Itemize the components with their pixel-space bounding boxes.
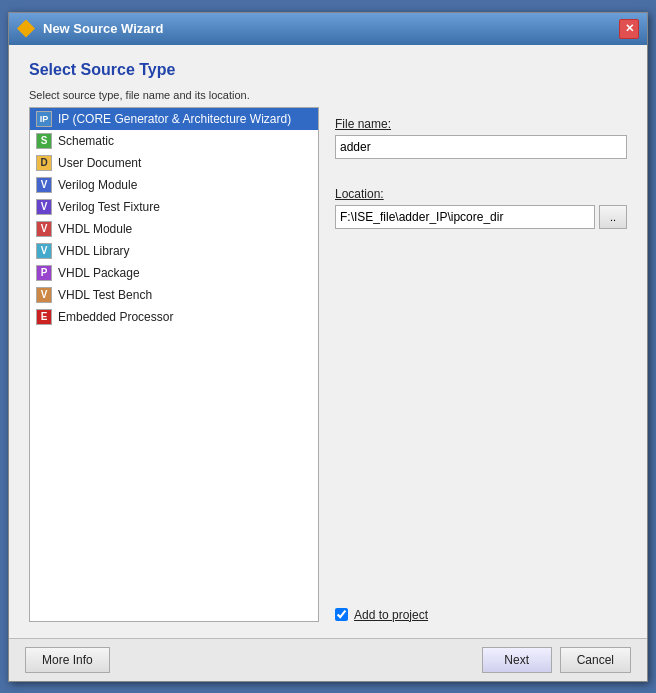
main-area: IPIP (CORE Generator & Architecture Wiza… <box>29 107 627 622</box>
list-item-embedded-processor[interactable]: EEmbedded Processor <box>30 306 318 328</box>
list-item-verilog-test[interactable]: VVerilog Test Fixture <box>30 196 318 218</box>
item-icon-embedded-processor: E <box>36 309 52 325</box>
add-to-project-label: Add to project <box>354 608 428 622</box>
item-label-embedded-processor: Embedded Processor <box>58 310 173 324</box>
item-label-vhdl-module: VHDL Module <box>58 222 132 236</box>
window-title: New Source Wizard <box>43 21 164 36</box>
more-info-button[interactable]: More Info <box>25 647 110 673</box>
item-icon-vhdl-package: P <box>36 265 52 281</box>
item-label-vhdl-package: VHDL Package <box>58 266 140 280</box>
section-title: Select Source Type <box>29 61 627 79</box>
item-icon-verilog-test: V <box>36 199 52 215</box>
wizard-icon <box>17 20 35 38</box>
right-form: File name: Location: .. Add to projec <box>335 117 627 622</box>
item-icon-user-doc: D <box>36 155 52 171</box>
item-icon-vhdl-testbench: V <box>36 287 52 303</box>
add-to-project-checkbox[interactable] <box>335 608 348 621</box>
next-button[interactable]: Next <box>482 647 552 673</box>
item-icon-ip: IP <box>36 111 52 127</box>
location-input[interactable] <box>335 205 595 229</box>
content-area: Select Source Type Select source type, f… <box>9 45 647 638</box>
list-item-vhdl-testbench[interactable]: VVHDL Test Bench <box>30 284 318 306</box>
item-icon-vhdl-module: V <box>36 221 52 237</box>
list-item-user-doc[interactable]: DUser Document <box>30 152 318 174</box>
item-label-ip: IP (CORE Generator & Architecture Wizard… <box>58 112 291 126</box>
title-bar: New Source Wizard ✕ <box>9 13 647 45</box>
item-label-vhdl-testbench: VHDL Test Bench <box>58 288 152 302</box>
add-to-project-row: Add to project <box>335 592 627 622</box>
source-type-list: IPIP (CORE Generator & Architecture Wiza… <box>29 107 319 622</box>
item-icon-schematic: S <box>36 133 52 149</box>
item-label-vhdl-library: VHDL Library <box>58 244 130 258</box>
browse-button[interactable]: .. <box>599 205 627 229</box>
instruction-text: Select source type, file name and its lo… <box>29 89 627 101</box>
bottom-left: More Info <box>25 647 110 673</box>
item-label-verilog-test: Verilog Test Fixture <box>58 200 160 214</box>
main-window: New Source Wizard ✕ Select Source Type S… <box>8 12 648 682</box>
item-label-user-doc: User Document <box>58 156 141 170</box>
list-item-vhdl-module[interactable]: VVHDL Module <box>30 218 318 240</box>
file-name-input[interactable] <box>335 135 627 159</box>
cancel-button[interactable]: Cancel <box>560 647 631 673</box>
bottom-bar: More Info Next Cancel <box>9 638 647 681</box>
close-button[interactable]: ✕ <box>619 19 639 39</box>
location-row: .. <box>335 205 627 229</box>
location-label: Location: <box>335 187 627 201</box>
list-item-vhdl-library[interactable]: VVHDL Library <box>30 240 318 262</box>
file-name-section: File name: <box>335 117 627 171</box>
right-panel: File name: Location: .. Add to projec <box>335 107 627 622</box>
item-icon-vhdl-library: V <box>36 243 52 259</box>
title-bar-left: New Source Wizard <box>17 20 164 38</box>
list-item-verilog-module[interactable]: VVerilog Module <box>30 174 318 196</box>
list-item-vhdl-package[interactable]: PVHDL Package <box>30 262 318 284</box>
list-item-ip[interactable]: IPIP (CORE Generator & Architecture Wiza… <box>30 108 318 130</box>
file-name-label: File name: <box>335 117 627 131</box>
item-label-verilog-module: Verilog Module <box>58 178 137 192</box>
bottom-right: Next Cancel <box>482 647 631 673</box>
item-label-schematic: Schematic <box>58 134 114 148</box>
item-icon-verilog-module: V <box>36 177 52 193</box>
list-item-schematic[interactable]: SSchematic <box>30 130 318 152</box>
location-section: Location: .. <box>335 187 627 241</box>
